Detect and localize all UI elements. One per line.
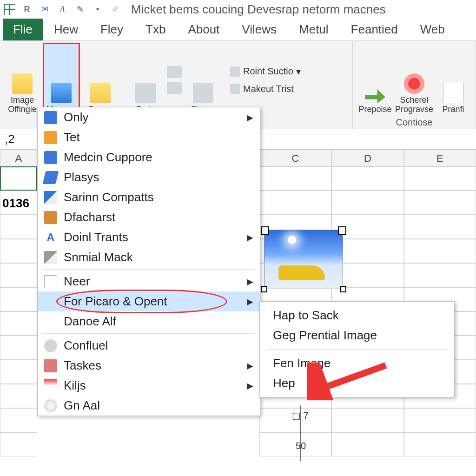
menu-sarinn[interactable]: Sarinn Compatts: [38, 187, 260, 207]
menu-dfacharst[interactable]: Dfacharst: [38, 207, 260, 227]
menu-gnaal[interactable]: Gn Aal: [38, 396, 260, 416]
cell-a8[interactable]: [0, 336, 37, 360]
cell-d1[interactable]: [331, 166, 403, 191]
submenu-arrow-icon: ▶: [247, 361, 253, 371]
qat-mail-icon[interactable]: ✉: [39, 4, 50, 15]
menu-doinl-label: Doinl Trants: [64, 230, 128, 245]
menu-sarinn-label: Sarinn Compatts: [64, 190, 154, 205]
tick-7: ▢ 7: [292, 410, 309, 421]
picaro-submenu: Hap to Sack Geg Prential Image Fen Image…: [259, 301, 455, 397]
cell-a6[interactable]: [0, 287, 37, 311]
cell-a2[interactable]: 0136: [0, 191, 37, 215]
tab-file[interactable]: Flie: [3, 19, 43, 40]
submenu-arrow-icon: ▶: [247, 277, 253, 287]
btn-image-offingie-label: Image Offingie: [7, 96, 38, 114]
submenu-hep[interactable]: Hep: [260, 373, 454, 393]
menu-for-picaro[interactable]: For Picaro & Opent▶: [38, 291, 260, 311]
btn-pranfi[interactable]: Pranfi: [436, 44, 471, 116]
qat-dot-icon[interactable]: •: [92, 4, 103, 15]
menu-danoe-label: Danoe Alf: [64, 314, 116, 329]
btn-roint-suctio[interactable]: Roint Suctio ▾: [228, 65, 303, 78]
col-header-e[interactable]: E: [404, 150, 476, 166]
cell-d2[interactable]: [331, 191, 403, 215]
submenu-geg-prential[interactable]: Geg Prential Image: [260, 325, 454, 345]
cell-e1[interactable]: [404, 166, 476, 191]
cell-a1[interactable]: [0, 166, 37, 191]
tab-views[interactable]: Vilews: [231, 19, 288, 40]
menu-kiljs-label: Kiljs: [64, 378, 86, 393]
cell-c2[interactable]: [259, 191, 331, 215]
ribbon-tabs: Flie Hew Fley Txb About Vilews Metul Fea…: [0, 19, 476, 41]
btn-scherel[interactable]: Scherel Progravse: [397, 44, 432, 116]
menu-tet[interactable]: Tet: [38, 127, 260, 147]
submenu-arrow-icon: ▶: [247, 112, 253, 123]
tab-feantied[interactable]: Feantied: [340, 19, 409, 40]
menu-neer[interactable]: Neer▶: [38, 271, 260, 291]
menu-medcin[interactable]: Medcin Cuppore: [38, 147, 260, 167]
small-grid-icon[interactable]: [167, 66, 182, 78]
menu-snmial[interactable]: Snmial Mack: [38, 247, 260, 267]
tab-txb[interactable]: Txb: [134, 19, 177, 40]
cell-e3[interactable]: [404, 215, 476, 239]
btn-prepoise[interactable]: Prepoise: [357, 44, 393, 116]
group-contiose-label: Contiose: [357, 117, 471, 128]
cell-d11[interactable]: [331, 408, 403, 432]
submenu-fen-image[interactable]: Fen Image: [260, 353, 454, 373]
cell-e11[interactable]: [404, 408, 476, 432]
menu-dfacharst-label: Dfacharst: [64, 210, 115, 225]
tab-hew[interactable]: Hew: [43, 19, 89, 40]
btn-makeut-trist-label: Makeut Trist: [243, 84, 294, 94]
tick-50: 50: [296, 441, 306, 451]
menu-kiljs[interactable]: Kiljs▶: [38, 376, 260, 396]
menu-taskes[interactable]: Taskes▶: [38, 356, 260, 376]
cell-a4[interactable]: [0, 239, 37, 263]
cell-e12[interactable]: [404, 432, 476, 456]
cell-d12[interactable]: [331, 432, 403, 456]
menu-for-picaro-label: For Picaro & Opent: [64, 294, 167, 309]
tab-fley[interactable]: Fley: [89, 19, 134, 40]
col-header-c[interactable]: C: [259, 150, 331, 166]
btn-cramp[interactable]: Cramp: [83, 44, 118, 116]
menu-plasys[interactable]: Plasys: [38, 167, 260, 187]
cell-a11[interactable]: [0, 408, 37, 432]
embedded-picture[interactable]: [264, 230, 343, 289]
menu-only-label: Only: [64, 110, 88, 125]
col-header-a[interactable]: A: [0, 150, 37, 166]
menu-danoe[interactable]: Danoe Alf: [38, 311, 260, 331]
menu-confluel[interactable]: Confluel: [38, 336, 260, 356]
qat-bold-icon[interactable]: R: [21, 4, 33, 15]
formula-value: ,2: [5, 132, 15, 146]
cell-a9[interactable]: [0, 360, 37, 384]
col-header-d[interactable]: D: [331, 150, 403, 166]
tab-web[interactable]: Web: [409, 19, 456, 40]
cell-c1[interactable]: [259, 166, 331, 191]
btn-pranfi-label: Pranfi: [442, 105, 464, 114]
btn-prepoise-label: Prepoise: [358, 105, 391, 114]
submenu-hap-to-sack[interactable]: Hap to Sack: [260, 305, 454, 325]
menu-only[interactable]: Only▶: [38, 107, 260, 127]
qat-brush-icon[interactable]: ✐: [110, 4, 121, 15]
qat-italic-icon[interactable]: A: [57, 4, 68, 15]
cell-a10[interactable]: [0, 384, 37, 408]
btn-manose[interactable]: Manose: [44, 44, 79, 116]
cell-a12[interactable]: [0, 432, 37, 456]
cell-e2[interactable]: [404, 191, 476, 215]
menu-doinl[interactable]: ADoinl Trants▶: [38, 227, 260, 247]
btn-scherel-label: Scherel Progravse: [395, 96, 433, 114]
app-logo-icon: [4, 4, 15, 15]
tab-metul[interactable]: Metul: [288, 19, 340, 40]
btn-stomp[interactable]: Stomp: [185, 44, 221, 116]
cell-a5[interactable]: [0, 263, 37, 287]
btn-makeut-trist[interactable]: Makeut Trist: [228, 83, 303, 95]
qat-edit-icon[interactable]: ✎: [74, 4, 86, 15]
small-align-icon[interactable]: [167, 82, 182, 94]
btn-corie[interactable]: Corie: [128, 44, 163, 116]
menu-snmial-label: Snmial Mack: [64, 250, 133, 264]
manose-dropdown: Only▶ Tet Medcin Cuppore Plasys Sarinn C…: [37, 107, 260, 416]
tab-about[interactable]: About: [177, 19, 231, 40]
cell-a7[interactable]: [0, 311, 37, 336]
cell-e4[interactable]: [404, 239, 476, 263]
cell-e5[interactable]: [404, 263, 476, 287]
btn-image-offingie[interactable]: Image Offingie: [5, 44, 40, 116]
cell-a3[interactable]: [0, 215, 37, 239]
